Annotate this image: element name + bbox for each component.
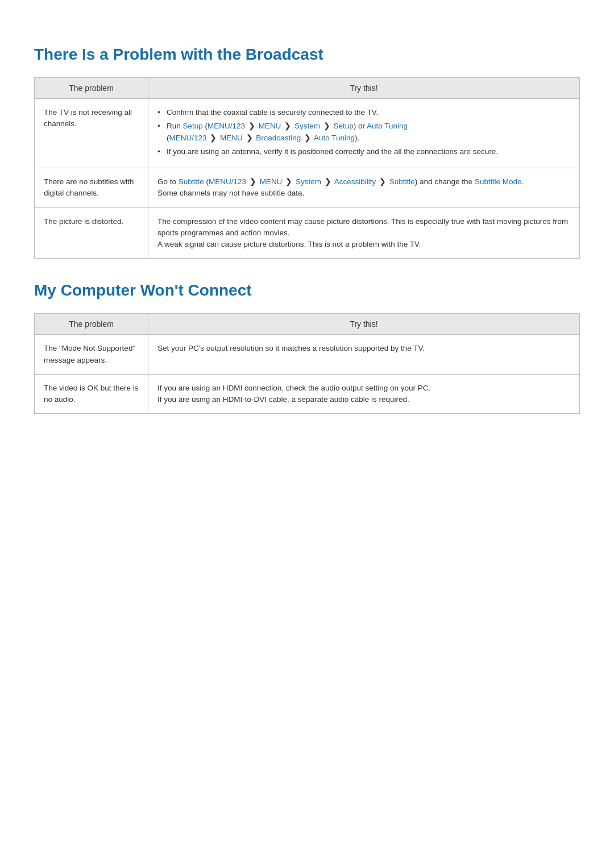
chevron-icon: ❯: [250, 176, 256, 188]
chevron-icon: ❯: [304, 132, 311, 144]
chevron-icon: ❯: [284, 121, 291, 132]
solution-cell: Confirm that the coaxial cable is secure…: [148, 99, 580, 168]
solution-cell: The compression of the video content may…: [148, 207, 580, 259]
list-item: Confirm that the coaxial cable is secure…: [157, 107, 570, 118]
chevron-icon: ❯: [246, 132, 253, 144]
table-row: The picture is distorted. The compressio…: [35, 207, 580, 259]
table-row: The video is OK but there is no audio. I…: [35, 374, 580, 414]
menu-link2[interactable]: MENU: [220, 134, 243, 142]
list-item: Run Setup (MENU/123 ❯ MENU ❯ System ❯ Se…: [157, 121, 570, 144]
computer-col2-header: Try this!: [148, 314, 580, 335]
table-row: The "Mode Not Supported" message appears…: [35, 335, 580, 375]
problem-cell: The "Mode Not Supported" message appears…: [35, 335, 148, 375]
system-link1[interactable]: System: [294, 122, 320, 130]
problem-cell: The video is OK but there is no audio.: [35, 374, 148, 414]
setup-link[interactable]: Setup: [183, 122, 203, 130]
chevron-icon: ❯: [285, 176, 292, 188]
broadcasting-link[interactable]: Broadcasting: [256, 134, 301, 142]
table-row: The TV is not receiving all channels. Co…: [35, 99, 580, 168]
solution-cell: Set your PC's output resolution so it ma…: [148, 335, 580, 375]
section2-title: My Computer Won't Connect: [34, 281, 580, 300]
menu123-link2[interactable]: MENU/123: [169, 134, 207, 142]
accessibility-link[interactable]: Accessibility: [334, 177, 376, 186]
menu-link1[interactable]: MENU: [259, 122, 281, 130]
problem-cell: The picture is distorted.: [35, 207, 148, 259]
broadcast-table: The problem Try this! The TV is not rece…: [34, 77, 580, 259]
solution-cell: If you are using an HDMI connection, che…: [148, 374, 580, 414]
problem-cell: The TV is not receiving all channels.: [35, 99, 148, 168]
system-link2[interactable]: System: [296, 177, 321, 186]
computer-col1-header: The problem: [35, 314, 148, 335]
auto-tuning-link1[interactable]: Auto Tuning: [367, 122, 408, 130]
broadcast-col2-header: Try this!: [148, 78, 580, 99]
section1-title: There Is a Problem with the Broadcast: [34, 45, 580, 64]
solution-cell: Go to Subtitle (MENU/123 ❯ MENU ❯ System…: [148, 168, 580, 208]
chevron-icon: ❯: [248, 121, 255, 132]
chevron-icon: ❯: [325, 176, 331, 188]
chevron-icon: ❯: [210, 132, 217, 144]
table-row: There are no subtitles with digital chan…: [35, 168, 580, 208]
auto-tuning-link2[interactable]: Auto Tuning: [314, 134, 355, 142]
subtitle-mode-link[interactable]: Subtitle Mode: [475, 177, 522, 186]
menu123-link3[interactable]: MENU/123: [209, 177, 246, 186]
broadcast-col1-header: The problem: [35, 78, 148, 99]
problem-cell: There are no subtitles with digital chan…: [35, 168, 148, 208]
chevron-icon: ❯: [379, 176, 386, 188]
subtitle-link2[interactable]: Subtitle: [389, 177, 415, 186]
setup-link2[interactable]: Setup: [333, 122, 353, 130]
menu-link3[interactable]: MENU: [260, 177, 283, 186]
chevron-icon: ❯: [323, 121, 330, 132]
menu123-link1[interactable]: MENU/123: [208, 122, 245, 130]
computer-table: The problem Try this! The "Mode Not Supp…: [34, 313, 580, 414]
list-item: If you are using an antenna, verify it i…: [157, 146, 570, 157]
subtitle-link[interactable]: Subtitle: [179, 177, 204, 186]
